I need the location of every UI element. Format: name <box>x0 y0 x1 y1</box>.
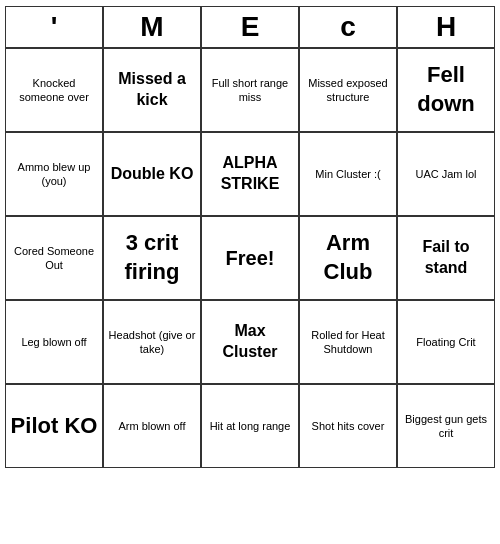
header-col-4: H <box>397 6 495 48</box>
cell-r3-c1: Headshot (give or take) <box>103 300 201 384</box>
cell-r3-c4: Floating Crit <box>397 300 495 384</box>
cell-r4-c3: Shot hits cover <box>299 384 397 468</box>
header-col-2: E <box>201 6 299 48</box>
cell-r4-c1: Arm blown off <box>103 384 201 468</box>
cell-r0-c0: Knocked someone over <box>5 48 103 132</box>
cell-r4-c0: Pilot KO <box>5 384 103 468</box>
header-row: 'MEcH <box>5 6 495 48</box>
cell-r3-c0: Leg blown off <box>5 300 103 384</box>
cell-r0-c3: Missed exposed structure <box>299 48 397 132</box>
cell-r1-c4: UAC Jam lol <box>397 132 495 216</box>
cell-r2-c3: Arm Club <box>299 216 397 300</box>
header-col-1: M <box>103 6 201 48</box>
cell-r4-c4: Biggest gun gets crit <box>397 384 495 468</box>
cell-r1-c3: Min Cluster :( <box>299 132 397 216</box>
bingo-card: 'MEcH Knocked someone overMissed a kickF… <box>5 6 495 468</box>
cell-r2-c4: Fail to stand <box>397 216 495 300</box>
bingo-grid: Knocked someone overMissed a kickFull sh… <box>5 48 495 468</box>
cell-r3-c2: Max Cluster <box>201 300 299 384</box>
cell-r2-c0: Cored Someone Out <box>5 216 103 300</box>
cell-r2-c1: 3 crit firing <box>103 216 201 300</box>
header-col-0: ' <box>5 6 103 48</box>
cell-r4-c2: Hit at long range <box>201 384 299 468</box>
cell-r1-c0: Ammo blew up (you) <box>5 132 103 216</box>
cell-r0-c2: Full short range miss <box>201 48 299 132</box>
cell-r2-c2: Free! <box>201 216 299 300</box>
cell-r0-c4: Fell down <box>397 48 495 132</box>
cell-r3-c3: Rolled for Heat Shutdown <box>299 300 397 384</box>
cell-r1-c1: Double KO <box>103 132 201 216</box>
cell-r1-c2: ALPHA STRIKE <box>201 132 299 216</box>
header-col-3: c <box>299 6 397 48</box>
cell-r0-c1: Missed a kick <box>103 48 201 132</box>
